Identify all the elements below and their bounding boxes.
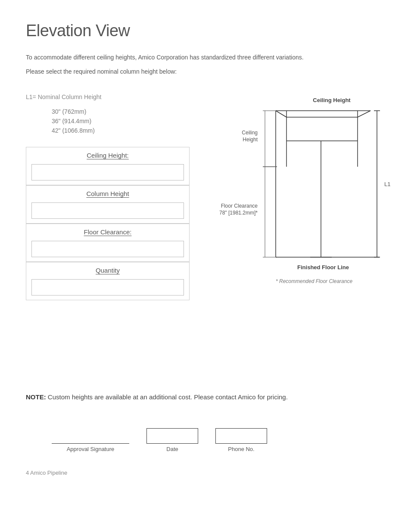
left-column: L1= Nominal Column Height 30" (762mm) 36… — [26, 93, 190, 371]
date-field: Date — [146, 428, 198, 452]
approval-label: Approval Signature — [67, 446, 115, 452]
ceiling-height-diagram-label: Ceiling — [242, 130, 258, 136]
height-option-2: 36" (914.4mm) — [52, 118, 190, 124]
height-option-1: 30" (762mm) — [52, 108, 190, 115]
l1-label: L1 — [384, 181, 390, 187]
ceiling-height-diagram-label2: Height — [243, 137, 258, 143]
floor-clearance-value-label: 78" [1981.2mm]* — [219, 210, 258, 216]
quantity-input[interactable] — [31, 279, 184, 296]
date-label: Date — [166, 446, 178, 452]
main-section: L1= Nominal Column Height 30" (762mm) 36… — [26, 93, 385, 371]
quantity-group: Quantity — [26, 262, 190, 300]
height-options: 30" (762mm) 36" (914.4mm) 42" (1066.8mm) — [52, 108, 190, 134]
approval-field: Approval Signature — [52, 443, 129, 452]
svg-line-10 — [358, 111, 371, 117]
ceiling-height-label: Ceiling Height: — [26, 147, 189, 161]
note-bold: NOTE: — [26, 393, 46, 401]
phone-label: Phone No. — [228, 446, 254, 452]
form-section: Ceiling Height: Column Height Floor Clea… — [26, 147, 190, 300]
footnote-label: * Recommended Floor Clearance — [276, 278, 352, 284]
finished-floor-label: Finished Floor Line — [297, 264, 349, 271]
column-height-input[interactable] — [31, 202, 184, 219]
floor-clearance-input[interactable] — [31, 241, 184, 257]
quantity-label: Quantity — [26, 262, 189, 276]
nominal-label: L1= Nominal Column Height — [26, 93, 190, 100]
ceiling-height-group: Ceiling Height: — [26, 147, 190, 185]
svg-line-9 — [276, 111, 286, 117]
footer-section: Approval Signature Date Phone No. — [26, 428, 385, 452]
phone-field: Phone No. — [215, 428, 267, 452]
page-title: Elevation View — [26, 22, 385, 40]
note-section: NOTE: Custom heights are available at an… — [26, 392, 385, 402]
floor-clearance-group: Floor Clearance: — [26, 224, 190, 262]
approval-line — [52, 443, 129, 444]
column-height-group: Column Height — [26, 185, 190, 224]
height-option-3: 42" (1066.8mm) — [52, 127, 190, 134]
intro-text-1: To accommodate different ceiling heights… — [26, 53, 385, 62]
right-column: Ceiling Height L1 — [190, 93, 405, 371]
phone-box[interactable] — [215, 428, 267, 444]
elevation-diagram: Ceiling Height L1 — [207, 93, 405, 369]
page-footer: 4 Amico Pipeline — [26, 470, 385, 476]
floor-clearance-diagram-label: Floor Clearance — [221, 203, 258, 209]
column-height-label: Column Height — [26, 186, 189, 199]
date-box[interactable] — [146, 428, 198, 444]
floor-clearance-label: Floor Clearance: — [26, 224, 189, 237]
intro-text-2: Please select the required nominal colum… — [26, 67, 385, 76]
note-text: Custom heights are available at an addit… — [46, 393, 288, 401]
ceiling-height-input[interactable] — [31, 164, 184, 180]
ceiling-height-top-label: Ceiling Height — [313, 97, 351, 103]
